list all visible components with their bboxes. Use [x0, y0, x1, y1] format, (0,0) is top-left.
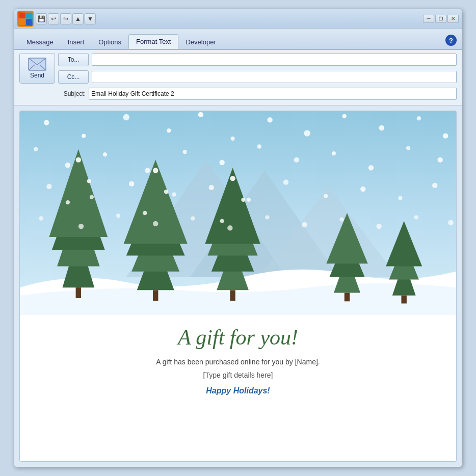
svg-rect-27	[345, 293, 350, 302]
svg-point-67	[39, 216, 43, 220]
svg-point-86	[241, 198, 245, 202]
undo-button[interactable]: ↩	[48, 13, 59, 24]
svg-point-43	[443, 133, 448, 138]
close-button[interactable]: ✕	[447, 15, 459, 23]
up-button[interactable]: ▲	[72, 13, 84, 24]
svg-point-48	[182, 150, 187, 154]
svg-point-59	[172, 192, 176, 196]
svg-point-77	[414, 215, 418, 219]
subject-input[interactable]	[89, 88, 457, 100]
svg-point-58	[129, 181, 134, 186]
svg-point-65	[398, 196, 402, 200]
svg-point-61	[247, 198, 251, 202]
svg-point-38	[267, 117, 272, 122]
toolbar-buttons: 💾 ↩ ↪ ▲ ▼	[36, 13, 421, 24]
redo-button[interactable]: ↪	[60, 13, 71, 24]
svg-point-76	[376, 224, 381, 229]
send-icon	[28, 58, 46, 71]
svg-point-73	[265, 215, 269, 219]
svg-point-42	[417, 116, 421, 120]
svg-point-62	[283, 179, 288, 184]
svg-point-71	[191, 216, 195, 220]
svg-point-45	[65, 163, 70, 168]
svg-point-53	[368, 165, 374, 170]
svg-point-78	[448, 220, 453, 225]
save-button[interactable]: 💾	[36, 13, 47, 24]
svg-point-84	[143, 211, 147, 215]
svg-point-39	[304, 130, 310, 137]
cc-button[interactable]: Cc...	[58, 70, 89, 84]
svg-point-60	[209, 185, 214, 190]
svg-point-41	[379, 125, 384, 130]
to-button[interactable]: To...	[58, 53, 89, 66]
svg-point-56	[46, 184, 51, 189]
svg-point-37	[230, 137, 234, 141]
send-label: Send	[30, 72, 44, 79]
cc-input[interactable]	[92, 71, 457, 83]
tab-format-text[interactable]: Format Text	[128, 34, 178, 49]
svg-point-87	[220, 219, 224, 223]
svg-point-32	[44, 120, 49, 125]
svg-point-52	[332, 151, 336, 155]
cc-row: Cc...	[58, 70, 457, 84]
to-input[interactable]	[92, 54, 457, 66]
svg-rect-31	[401, 296, 406, 304]
svg-point-47	[145, 168, 150, 173]
svg-point-82	[153, 168, 158, 173]
svg-point-40	[342, 114, 347, 118]
subject-label: Subject:	[58, 90, 86, 97]
restore-button[interactable]: ⧠	[435, 15, 446, 23]
svg-point-64	[360, 187, 365, 192]
winter-scene	[20, 111, 456, 315]
svg-rect-23	[230, 290, 235, 301]
svg-point-63	[324, 194, 328, 198]
down-button[interactable]: ▼	[85, 13, 96, 24]
title-bar: 💾 ↩ ↪ ▲ ▼ ─ ⧠ ✕	[14, 9, 462, 29]
send-button[interactable]: Send	[19, 53, 55, 84]
scene-svg	[20, 111, 456, 315]
form-fields: To... Cc... Subject:	[58, 53, 457, 102]
help-button[interactable]: ?	[445, 35, 457, 46]
to-row: To...	[58, 53, 457, 66]
gift-content: A gift for you! A gift has been purchase…	[20, 315, 456, 461]
tab-developer[interactable]: Developer	[178, 35, 223, 49]
gift-title: A gift for you!	[178, 325, 298, 350]
tab-insert[interactable]: Insert	[61, 35, 92, 49]
tab-options[interactable]: Options	[91, 35, 128, 49]
svg-point-34	[123, 114, 130, 121]
office-logo	[17, 11, 34, 27]
svg-point-50	[257, 144, 261, 148]
email-body: A gift for you! A gift has been purchase…	[19, 111, 457, 462]
tab-message[interactable]: Message	[19, 35, 61, 49]
svg-point-70	[153, 221, 158, 226]
svg-point-75	[339, 217, 343, 221]
svg-point-80	[87, 179, 91, 183]
svg-point-66	[432, 182, 437, 188]
svg-point-36	[198, 112, 203, 117]
svg-point-49	[219, 160, 224, 165]
svg-point-74	[302, 222, 307, 227]
body-area: A gift for you! A gift has been purchase…	[14, 105, 462, 467]
gift-closing: Happy Holidays!	[206, 386, 270, 395]
svg-point-72	[227, 225, 232, 230]
svg-point-51	[294, 157, 299, 162]
svg-point-81	[66, 200, 70, 204]
svg-point-33	[82, 134, 86, 138]
gift-details: [Type gift details here]	[203, 371, 273, 379]
svg-point-46	[103, 152, 107, 156]
svg-point-69	[116, 214, 120, 218]
svg-point-44	[34, 147, 38, 151]
svg-point-55	[437, 157, 442, 162]
svg-point-83	[164, 190, 168, 194]
main-window: 💾 ↩ ↪ ▲ ▼ ─ ⧠ ✕ Message Insert Options F…	[14, 9, 462, 467]
svg-rect-18	[153, 290, 158, 301]
minimize-button[interactable]: ─	[423, 15, 434, 23]
svg-point-35	[167, 128, 171, 133]
svg-point-54	[406, 146, 410, 150]
email-form: Send To... Cc... Subject:	[14, 50, 462, 105]
ribbon: Message Insert Options Format Text Devel…	[14, 29, 462, 50]
subject-row: Subject:	[58, 88, 457, 100]
window-controls: ─ ⧠ ✕	[423, 15, 459, 23]
svg-point-79	[76, 157, 81, 162]
svg-point-68	[78, 224, 84, 229]
